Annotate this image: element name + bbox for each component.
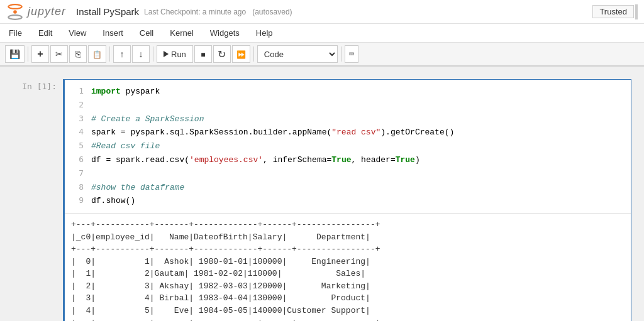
separator-2 [109, 46, 110, 62]
save-button[interactable] [5, 45, 25, 63]
forward-icon [236, 50, 246, 59]
paste-button[interactable] [88, 45, 106, 63]
restart-run-button[interactable] [232, 45, 250, 63]
down-icon [139, 49, 143, 59]
code-line-7: 7 [71, 167, 625, 181]
code-line-1: 1 import pyspark [71, 85, 625, 99]
code-line-9: 9 df.show() [71, 194, 625, 208]
cell-wrapper[interactable]: 1 import pyspark 2 3 # Create a SparkSes… [63, 79, 631, 321]
menu-widgets[interactable]: Widgets [208, 27, 242, 39]
cut-icon [55, 49, 63, 59]
move-down-button[interactable] [132, 45, 150, 63]
add-cell-button[interactable] [31, 45, 49, 63]
stop-icon [201, 50, 205, 59]
cell-1: In [1]: 1 import pyspark 2 3 [0, 79, 644, 321]
menu-help[interactable]: Help [253, 27, 275, 39]
restart-button[interactable] [213, 45, 231, 63]
code-line-2: 2 [71, 99, 625, 112]
code-line-4: 4 spark = pyspark.sql.SparkSession.build… [71, 126, 625, 139]
stop-button[interactable] [194, 45, 212, 63]
refresh-icon [218, 48, 226, 60]
cut-button[interactable] [50, 45, 68, 63]
code-editor[interactable]: 1 import pyspark 2 3 # Create a SparkSes… [65, 80, 631, 213]
menu-insert[interactable]: Insert [100, 27, 126, 39]
paste-icon [92, 50, 102, 59]
plus-icon [37, 48, 43, 60]
separator-3 [153, 46, 153, 62]
code-line-3: 3 # Create a SparkSession [71, 112, 625, 126]
keyboard-shortcuts-button[interactable] [345, 45, 358, 63]
menu-kernel[interactable]: Kernel [167, 27, 196, 39]
cell-label: In [1]: [13, 79, 63, 91]
app-name: jupyter [28, 5, 66, 18]
svg-point-1 [8, 15, 21, 19]
move-up-button[interactable] [113, 45, 131, 63]
menu-file[interactable]: File [6, 27, 25, 39]
separator-5 [341, 46, 341, 62]
menu-view[interactable]: View [66, 27, 89, 39]
run-label: Run [171, 50, 186, 59]
copy-button[interactable] [69, 45, 87, 63]
run-button[interactable]: Run [157, 45, 193, 63]
trusted-button[interactable]: Trusted [592, 5, 634, 18]
up-icon [120, 49, 125, 59]
code-line-5: 5 #Read csv file [71, 139, 625, 153]
keyboard-icon [349, 51, 354, 59]
cell-type-dropdown[interactable]: Code Markdown Raw NBConvert [257, 45, 338, 63]
svg-point-2 [13, 10, 17, 14]
separator-4 [253, 46, 254, 62]
notebook-title: Install PySpark [76, 6, 139, 17]
code-line-8: 8 #show the dataframe [71, 181, 625, 195]
menu-cell[interactable]: Cell [137, 27, 156, 39]
menu-edit[interactable]: Edit [36, 27, 55, 39]
save-icon [9, 49, 20, 59]
play-icon [164, 51, 169, 57]
separator-1 [28, 46, 28, 62]
output-area: +---+-----------+-------+-------------+-… [65, 213, 631, 321]
code-line-6: 6 df = spark.read.csv('employees.csv', i… [71, 153, 625, 167]
checkpoint-info: Last Checkpoint: a minute ago (autosaved… [144, 8, 292, 16]
jupyter-logo: jupyter [6, 3, 66, 21]
copy-icon [75, 49, 80, 59]
svg-point-0 [8, 4, 21, 9]
